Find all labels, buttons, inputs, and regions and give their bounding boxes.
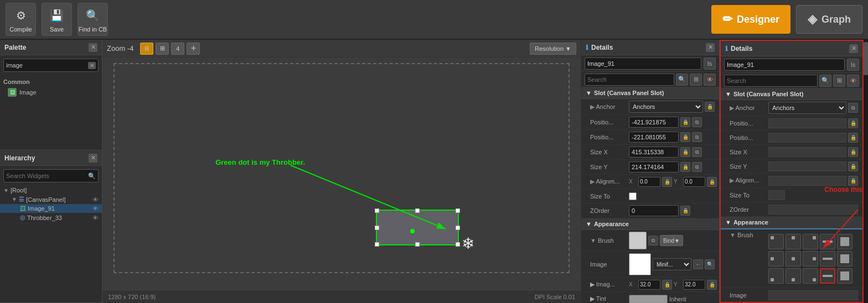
image-size-y-lock-1[interactable]: 🔒: [707, 280, 717, 290]
canvas-tool-4[interactable]: 4: [171, 43, 184, 55]
zorder-lock-1[interactable]: 🔒: [680, 206, 690, 216]
image-size-y-input-1[interactable]: [683, 280, 705, 290]
size-y-lock-1[interactable]: 🔒: [680, 162, 690, 172]
size-y-lock-2[interactable]: 🔒: [848, 161, 858, 171]
details-2-is-variable-btn[interactable]: Is: [847, 59, 859, 71]
details-2-eye-btn[interactable]: 👁: [847, 75, 859, 87]
scrollbar-thumb[interactable]: [864, 42, 868, 75]
selected-widget-image91[interactable]: ❄: [376, 210, 459, 245]
slot-section-header-2[interactable]: ▼ Slot (Canvas Panel Slot): [721, 88, 862, 100]
image-search-1[interactable]: 🔍: [705, 259, 715, 269]
anchor-cell-fill-b[interactable]: [837, 268, 852, 284]
image-size-x-input-1[interactable]: [638, 280, 660, 290]
hierarchy-item-image91[interactable]: 🖼 Image_91 👁: [0, 204, 102, 213]
graph-mode-button[interactable]: ◈ Graph: [796, 5, 862, 34]
hierarchy-search-input[interactable]: [6, 173, 88, 179]
handle-bl[interactable]: [375, 242, 379, 247]
handle-tr[interactable]: [456, 208, 460, 213]
handle-br[interactable]: [456, 242, 460, 247]
size-x-lock-1[interactable]: 🔒: [680, 147, 690, 157]
anchor-cell-tl[interactable]: [768, 234, 784, 249]
position-x-input-1[interactable]: [629, 117, 679, 128]
size-x-lock-2[interactable]: 🔒: [848, 147, 858, 157]
anchor-cell-stretch-h-m[interactable]: [820, 251, 835, 267]
details-2-grid-btn[interactable]: ⊞: [833, 75, 845, 87]
save-button[interactable]: 💾 Save: [42, 3, 72, 36]
throbber33-eye-icon[interactable]: 👁: [92, 215, 99, 221]
details-1-name-input[interactable]: [585, 58, 701, 70]
anchor-select-2[interactable]: Anchors: [768, 102, 846, 114]
size-y-link-1[interactable]: ⧉: [692, 162, 702, 172]
image-size-x-lock-1[interactable]: 🔒: [662, 280, 672, 290]
anchor-cell-br[interactable]: [803, 268, 818, 284]
size-y-input-1[interactable]: [629, 161, 679, 173]
anchor-cell-fill-t[interactable]: [837, 234, 852, 249]
anchor-cell-bm[interactable]: [786, 268, 801, 284]
details-1-grid-btn[interactable]: ⊞: [690, 74, 702, 86]
brush-link-1[interactable]: ⧉: [648, 236, 658, 245]
anchor-cell-tm[interactable]: [786, 234, 801, 249]
palette-search-input[interactable]: [6, 62, 88, 69]
align-x-input-1[interactable]: [638, 177, 660, 187]
handle-tl[interactable]: [375, 208, 379, 213]
anchor-cell-lm[interactable]: [768, 251, 784, 267]
position-y-lock-1[interactable]: 🔒: [680, 132, 690, 142]
size-x-link-1[interactable]: ⧉: [692, 147, 702, 157]
align-x-lock-1[interactable]: 🔒: [662, 177, 672, 187]
anchor-cell-tr[interactable]: [803, 234, 818, 249]
hierarchy-item-canvaspanel[interactable]: ▼ ☰ [CanvasPanel] 👁: [0, 195, 102, 204]
image-back-1[interactable]: ←: [693, 259, 703, 269]
details-2-close-button[interactable]: ✕: [849, 44, 858, 53]
image-preview-1[interactable]: [629, 253, 651, 275]
align-y-lock-1[interactable]: 🔒: [707, 177, 717, 187]
anchor-cell-fill-m[interactable]: [837, 251, 852, 267]
resolution-button[interactable]: Resolution ▼: [530, 43, 576, 55]
appearance-section-header-2[interactable]: ▼ Appearance: [721, 217, 862, 228]
anchor-cell-center[interactable]: [786, 251, 801, 267]
details-1-eye-btn[interactable]: 👁: [704, 74, 716, 86]
compile-button[interactable]: ⚙ Compile: [6, 3, 36, 36]
details-panel-2-scrollbar[interactable]: [864, 40, 868, 303]
anchor-select-1[interactable]: Anchors: [629, 101, 703, 113]
canvas-tool-move[interactable]: ✛: [187, 43, 200, 55]
designer-mode-button[interactable]: ✏ Designer: [711, 5, 790, 34]
brush-bind-btn-1[interactable]: Bind▼: [660, 235, 683, 246]
handle-lm[interactable]: [375, 226, 379, 230]
zorder-input-1[interactable]: [629, 205, 679, 216]
align-y-input-1[interactable]: [683, 177, 705, 187]
hierarchy-close-button[interactable]: ✕: [89, 154, 97, 163]
position-y-link-1[interactable]: ⧉: [692, 132, 702, 142]
canvas-tool-r[interactable]: R: [140, 43, 153, 55]
canvas-tool-grid[interactable]: ⊞: [156, 43, 169, 55]
hierarchy-item-root[interactable]: ▼ [Root]: [0, 186, 102, 195]
details-1-search-icon-btn[interactable]: 🔍: [676, 74, 688, 86]
anchor-cell-stretch-h-b[interactable]: [820, 268, 835, 284]
details-2-name-input[interactable]: [724, 59, 845, 71]
details-1-search-input[interactable]: [585, 74, 674, 86]
position-x-lock-1[interactable]: 🔒: [680, 117, 690, 127]
handle-rm[interactable]: [456, 226, 460, 230]
brush-preview-1[interactable]: [629, 232, 647, 249]
appearance-section-header-1[interactable]: ▼ Appearance: [581, 218, 719, 230]
position-x-lock-2[interactable]: 🔒: [848, 118, 858, 128]
details-1-close-button[interactable]: ✕: [706, 43, 715, 52]
details-2-search-input[interactable]: [724, 75, 818, 87]
slot-section-header-1[interactable]: ▼ Slot (Canvas Panel Slot): [581, 87, 719, 99]
image91-eye-icon[interactable]: 👁: [92, 205, 99, 212]
anchor-cell-rm[interactable]: [803, 251, 818, 267]
palette-search-clear[interactable]: ✕: [88, 62, 96, 69]
anchor-lock-btn-1[interactable]: 🔒: [705, 102, 715, 112]
position-x-link-1[interactable]: ⧉: [692, 117, 702, 127]
position-y-input-1[interactable]: [629, 132, 679, 143]
palette-item-image[interactable]: 🖼 Image: [3, 86, 99, 98]
hierarchy-item-throbber33[interactable]: ◎ Throbber_33 👁: [0, 213, 102, 222]
palette-close-button[interactable]: ✕: [89, 43, 97, 52]
position-y-lock-2[interactable]: 🔒: [848, 133, 858, 143]
size-x-input-1[interactable]: [629, 147, 679, 158]
find-in-cb-button[interactable]: 🔍 Find in CB: [78, 3, 108, 36]
details-1-is-variable-btn[interactable]: Is: [704, 58, 716, 70]
tint-swatch-1[interactable]: [629, 295, 668, 304]
canvas-viewport[interactable]: Green dot is my Throbber. ❄: [102, 58, 581, 290]
details-2-search-icon-btn[interactable]: 🔍: [819, 75, 831, 87]
image-select-1[interactable]: Minif...: [653, 258, 691, 270]
